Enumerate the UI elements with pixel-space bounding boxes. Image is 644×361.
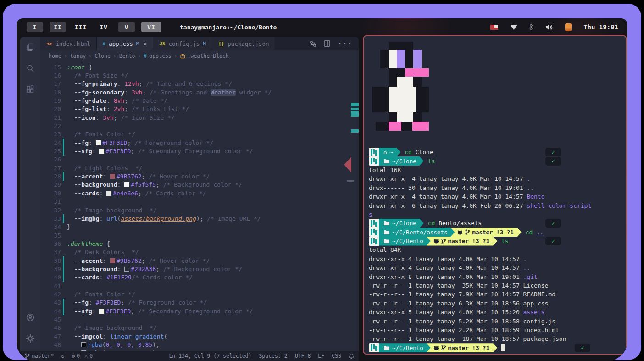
terminal-line: ⌂~cd Clone✓ [369,148,623,156]
workspace-VI[interactable]: VI [141,22,161,32]
folder-icon [383,221,389,226]
line-number: 34 [20,223,61,230]
breadcrumb-item[interactable]: tanay [70,53,86,59]
code-text: --icon: 3vh; /* Icon Size */ [67,114,175,121]
wifi-icon[interactable] [510,25,517,30]
sync-icon[interactable]: ↻ [61,353,64,359]
git-branch-icon [441,345,446,350]
open-changes-icon[interactable] [310,40,316,47]
eol[interactable]: LF [318,353,324,359]
breadcrumb-item[interactable]: Bento [119,53,135,59]
line-number: 46 [20,324,61,331]
line-number: 39 [20,266,61,272]
bluetooth-icon[interactable]: ᛒ [529,23,533,31]
code-text: rgba(0, 0, 0, 0.85), [67,341,160,348]
workspace-II[interactable]: II [50,22,66,32]
breadcrumb-separator: › [64,53,67,59]
line-number: 28 [20,173,61,180]
split-editor-icon[interactable] [324,40,330,47]
more-actions-icon[interactable]: ··· [338,39,352,48]
line-number: 32 [20,207,61,214]
indentation[interactable]: Spaces: 2 [259,353,287,359]
breadcrumb-item[interactable]: #app.css [144,53,171,59]
breadcrumb-item[interactable]: Clone [94,53,111,59]
gutter-spacer [63,105,64,113]
code-text: /* Fonts Color */ [67,131,135,138]
symbol-class-icon [180,54,185,59]
css-file-icon: # [144,53,147,59]
code-line: 46 /* Image background */ [20,324,359,332]
git-modified-gutter [63,256,64,265]
code-line: 36.darktheme { [20,239,359,248]
scrollbar-handle[interactable] [347,180,354,182]
breadcrumb-label: Bento [119,53,135,59]
code-line: 38 --accent: #9B5762; /* Hover color */ [20,256,359,265]
breadcrumb-label: app.css [149,53,171,59]
breadcrumb-label: Clone [94,53,111,59]
css-file-icon: # [103,41,106,47]
color-swatch [124,182,129,187]
language-mode[interactable]: CSS [332,353,341,359]
close-tab-icon[interactable]: × [143,40,147,47]
tab-package.json[interactable]: {}package.json [212,37,276,50]
overview-change-mark [351,129,359,133]
code-line: 20 --fg-list: 2vh; /* Links List */ [20,105,359,113]
problems-indicator[interactable]: ⊗0 △0 [72,353,93,359]
code-line: 47 --imgcol: linear-gradient( [20,332,359,340]
gutter-spacer [63,315,64,323]
git-modified-gutter [63,273,64,282]
git-modified-gutter [63,265,64,273]
gutter-spacer [63,198,64,206]
breadcrumb-item[interactable]: .weatherBlock [180,53,229,59]
code-line: 22 [20,122,359,130]
code-text: /* Light Colors */ [67,165,142,172]
code-text: } [67,223,71,230]
gutter-spacer [63,88,64,96]
status-bar: master* ↻ ⊗0 △0 Ln 134, Col 9 (7 selecte… [20,351,359,361]
tab-app.css[interactable]: #app.cssM× [97,37,154,50]
code-text: :root { [67,64,92,71]
workspace-III[interactable]: III [72,22,89,32]
volume-icon[interactable] [545,24,553,31]
breadcrumb-label: tanay [70,53,86,59]
explorer-icon[interactable] [20,37,40,58]
workspace-IV[interactable]: IV [95,22,112,32]
git-branch-indicator[interactable]: master* [25,353,54,359]
code-line: 28 --accent: #9B5762; /* Hover color */ [20,172,359,180]
prompt-git-segment: master !3 ?1 [450,228,521,237]
line-number: 42 [20,291,61,298]
line-number: 25 [20,148,61,155]
terminal-line: total 16K [369,166,623,174]
code-text: --sfg: #F3F3ED; /* Secondary Foreground … [67,308,253,315]
tab-config.js[interactable]: JSconfig.jsM [153,37,212,50]
line-number: 35 [20,232,61,239]
code-text: --background: #f5f5f5; /* Background col… [67,181,242,188]
workspace-I[interactable]: I [27,22,43,32]
code-line: 15:root { [20,63,359,71]
terminal-window[interactable]: ⌂~cd Clone✓~/Clonels✓total 16Kdrwxr-xr-x… [363,35,627,355]
code-line: 33 --imgbg: url(assets/background.png); … [20,214,359,222]
line-number: 15 [20,64,61,71]
code-text: --cards: #e4e6e6; /* Cards color */ [67,190,206,197]
workspace-V[interactable]: V [118,22,135,32]
code-area[interactable]: 15:root {16 /* Font Size */17 --fg-prima… [20,61,359,351]
line-number: 40 [20,274,61,281]
line-number: 16 [20,72,61,79]
breadcrumb-label: .weatherBlock [188,53,229,59]
cursor-position[interactable]: Ln 134, Col 9 (7 selected) [169,353,251,359]
tab-index.html[interactable]: <>index.html [40,37,97,50]
tray-app-icon[interactable] [565,23,572,31]
prompt-path-segment: ~/C/Bento [379,237,431,246]
encoding[interactable]: UTF-8 [295,353,311,359]
code-text: /* Fonts Color */ [67,291,135,298]
keyboard-layout-flag-icon[interactable] [490,25,498,30]
command-text: ls [501,238,509,244]
breadcrumb-item[interactable]: home [49,53,61,59]
line-number: 27 [20,165,61,172]
prompt-path: ~/C/Bento [392,344,423,351]
code-line: 34} [20,223,359,231]
code-line: 45 [20,315,359,323]
notifications-bell-icon[interactable] [349,353,354,359]
gutter-spacer [63,122,64,130]
github-octocat-icon [433,345,439,350]
